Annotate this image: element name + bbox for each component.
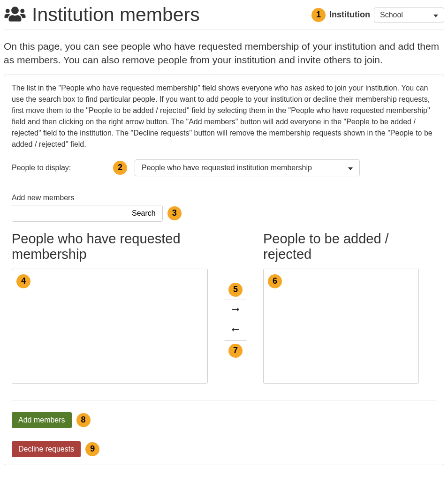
callout-badge-1: 1 — [311, 8, 326, 22]
search-row: Search 3 — [12, 205, 436, 222]
right-column: People to be added / rejected 6 — [263, 226, 436, 384]
callout-badge-6: 6 — [268, 274, 282, 288]
callout-badge-9: 9 — [85, 442, 99, 456]
action-buttons: Add members 8 Decline requests 9 — [12, 412, 436, 457]
panel: The list in the "People who have request… — [4, 75, 444, 465]
arrow-column: 5 7 — [224, 283, 247, 358]
people-display-selected-value: People who have requested institution me… — [142, 164, 312, 172]
left-column: People who have requested membership 4 — [12, 226, 208, 384]
callout-badge-3: 3 — [167, 206, 182, 220]
search-input[interactable] — [12, 205, 125, 221]
chevron-down-icon — [348, 164, 353, 172]
move-left-button[interactable] — [224, 320, 247, 341]
chevron-down-icon — [433, 11, 438, 19]
institution-selected-value: School — [380, 11, 403, 19]
institution-select[interactable]: School — [374, 8, 444, 23]
institution-label: Institution — [329, 10, 370, 20]
add-new-members-label: Add new members — [12, 194, 436, 202]
instructions-text: The list in the "People who have request… — [12, 83, 436, 150]
move-right-button[interactable] — [224, 300, 247, 320]
search-button[interactable]: Search — [125, 205, 162, 221]
title-group: Institution members — [4, 4, 200, 26]
left-listbox[interactable] — [12, 269, 208, 384]
arrow-stack — [224, 300, 247, 341]
callout-badge-7: 7 — [228, 344, 243, 358]
search-group: Search — [12, 205, 163, 222]
callout-badge-2: 2 — [113, 161, 127, 175]
lists-row: People who have requested membership 4 5 — [12, 226, 436, 384]
arrow-right-icon — [232, 306, 239, 314]
separator — [12, 400, 436, 401]
callout-badge-4: 4 — [16, 274, 30, 288]
institution-picker: 1 Institution School — [311, 8, 444, 23]
callout-badge-8: 8 — [76, 413, 91, 427]
people-display-select[interactable]: People who have requested institution me… — [135, 159, 360, 176]
add-members-button[interactable]: Add members — [12, 412, 72, 428]
right-listbox[interactable] — [263, 269, 419, 384]
page-title: Institution members — [32, 4, 200, 26]
left-list-title: People who have requested membership — [12, 231, 208, 262]
people-display-label: People to display: — [12, 164, 106, 172]
people-icon — [4, 6, 26, 24]
intro-text: On this page, you can see people who hav… — [4, 39, 444, 67]
decline-requests-button[interactable]: Decline requests — [12, 441, 81, 457]
page-header: Institution members 1 Institution School — [4, 4, 444, 30]
arrow-left-icon — [232, 326, 239, 334]
callout-badge-5: 5 — [228, 283, 243, 297]
right-list-title: People to be added / rejected — [263, 231, 436, 262]
people-display-row: People to display: 2 People who have req… — [12, 159, 436, 186]
